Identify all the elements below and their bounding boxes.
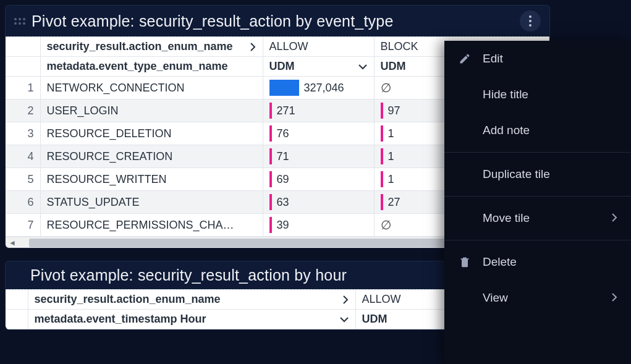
value-bar bbox=[381, 171, 383, 187]
null-value: ∅ bbox=[381, 218, 391, 232]
measure-label: UDM bbox=[269, 60, 295, 72]
row-number: 3 bbox=[6, 122, 40, 145]
measure-allow-header[interactable]: UDM bbox=[263, 57, 374, 77]
menu-item-label: Hide title bbox=[483, 88, 617, 101]
menu-item-label: Delete bbox=[483, 255, 617, 269]
blank-icon bbox=[458, 291, 472, 305]
event-type-cell[interactable]: RESOURCE_WRITTEN bbox=[40, 168, 263, 191]
menu-item-view[interactable]: View bbox=[444, 280, 631, 316]
block-value: 1 bbox=[388, 150, 394, 163]
null-value: ∅ bbox=[381, 81, 391, 95]
block-value: 27 bbox=[388, 196, 400, 209]
value-bar bbox=[269, 217, 272, 233]
menu-item-label: Add note bbox=[483, 124, 617, 137]
allow-cell[interactable]: 76 bbox=[263, 122, 374, 145]
menu-item-delete[interactable]: Delete bbox=[444, 244, 631, 280]
row-number: 1 bbox=[6, 77, 40, 99]
event-type-cell[interactable]: RESOURCE_PERMISSIONS_CHA… bbox=[40, 214, 263, 237]
value-bar bbox=[269, 103, 272, 119]
block-value: 1 bbox=[388, 173, 394, 186]
blank-icon bbox=[458, 211, 472, 225]
corner-cell bbox=[6, 37, 40, 57]
menu-item-edit[interactable]: Edit bbox=[444, 41, 631, 77]
allow-value: 69 bbox=[277, 173, 289, 186]
pencil-icon bbox=[458, 52, 472, 66]
blank-icon bbox=[458, 124, 472, 137]
value-bar bbox=[381, 125, 383, 142]
value-bar bbox=[381, 148, 383, 164]
value-bar bbox=[269, 171, 272, 187]
row-number: 4 bbox=[6, 145, 40, 168]
corner-cell bbox=[6, 290, 28, 310]
chevron-down-icon bbox=[339, 316, 349, 323]
column-dimension-label: security_result.action_enum_name bbox=[35, 293, 221, 305]
allow-cell[interactable]: 327,046 bbox=[263, 77, 374, 99]
row-number: 7 bbox=[6, 214, 40, 237]
block-value: 97 bbox=[388, 104, 400, 117]
event-type-cell[interactable]: RESOURCE_DELETION bbox=[40, 122, 263, 145]
value-bar bbox=[269, 148, 272, 164]
event-type-cell[interactable]: RESOURCE_CREATION bbox=[40, 145, 263, 168]
column-allow-header[interactable]: ALLOW bbox=[263, 37, 374, 57]
allow-value: 327,046 bbox=[304, 82, 344, 95]
menu-item-label: View bbox=[483, 291, 600, 305]
tile-menu-button[interactable] bbox=[520, 11, 541, 32]
row-dimension-label: metadata.event_timestamp Hour bbox=[35, 313, 206, 325]
trash-icon bbox=[458, 255, 472, 269]
chevron-right-icon bbox=[611, 291, 617, 305]
value-bar bbox=[269, 125, 272, 142]
menu-item-addnote[interactable]: Add note bbox=[444, 112, 631, 148]
corner-cell-2 bbox=[6, 310, 28, 329]
event-type-cell[interactable]: STATUS_UPDATE bbox=[40, 191, 263, 214]
menu-item-hidetitle[interactable]: Hide title bbox=[444, 77, 631, 112]
menu-divider bbox=[444, 196, 631, 197]
block-value: 1 bbox=[388, 127, 394, 140]
allow-cell[interactable]: 271 bbox=[263, 99, 374, 122]
row-number: 2 bbox=[6, 99, 40, 122]
value-bar bbox=[269, 194, 272, 210]
column-dimension-header[interactable]: security_result.action_enum_name bbox=[28, 290, 355, 310]
menu-divider bbox=[444, 152, 631, 153]
corner-cell-2 bbox=[6, 57, 40, 77]
column-dimension-header[interactable]: security_result.action_enum_name bbox=[40, 37, 263, 57]
menu-divider bbox=[444, 240, 631, 240]
tile-context-menu: EditHide titleAdd noteDuplicate tileMove… bbox=[444, 41, 631, 364]
chevron-right-icon bbox=[342, 295, 349, 305]
row-number: 6 bbox=[6, 191, 40, 214]
chevron-down-icon bbox=[358, 63, 368, 70]
allow-value: 71 bbox=[277, 150, 289, 163]
menu-item-label: Move tile bbox=[483, 211, 600, 225]
allow-value: 39 bbox=[277, 219, 289, 232]
chevron-right-icon bbox=[611, 211, 617, 225]
tile-title: Pivot example: security_result_action by… bbox=[32, 12, 514, 30]
blank-icon bbox=[458, 88, 472, 101]
allow-cell[interactable]: 71 bbox=[263, 145, 374, 168]
row-dimension-header[interactable]: metadata.event_timestamp Hour bbox=[28, 310, 355, 329]
allow-cell[interactable]: 63 bbox=[263, 191, 374, 214]
allow-cell[interactable]: 39 bbox=[263, 214, 374, 237]
allow-value: 63 bbox=[277, 196, 289, 209]
scroll-left-icon[interactable]: ◄ bbox=[8, 239, 17, 247]
chevron-right-icon bbox=[249, 42, 256, 52]
value-bar bbox=[269, 80, 299, 96]
column-dimension-label: security_result.action_enum_name bbox=[47, 40, 233, 53]
menu-item-duplicate[interactable]: Duplicate tile bbox=[444, 156, 631, 192]
allow-value: 271 bbox=[277, 104, 295, 117]
menu-item-label: Duplicate tile bbox=[483, 167, 617, 181]
row-dimension-header[interactable]: metadata.event_type_enum_name bbox=[40, 57, 263, 77]
blank-icon bbox=[458, 167, 472, 181]
tile-header: Pivot example: security_result_action by… bbox=[6, 6, 549, 36]
event-type-cell[interactable]: NETWORK_CONNECTION bbox=[40, 77, 263, 99]
drag-handle-icon[interactable] bbox=[14, 18, 25, 25]
menu-item-movetile[interactable]: Move tile bbox=[444, 200, 631, 236]
event-type-cell[interactable]: USER_LOGIN bbox=[40, 99, 263, 122]
value-bar bbox=[381, 194, 383, 210]
menu-item-label: Edit bbox=[483, 52, 617, 66]
allow-cell[interactable]: 69 bbox=[263, 168, 374, 191]
value-bar bbox=[381, 103, 383, 119]
row-number: 5 bbox=[6, 168, 40, 191]
allow-value: 76 bbox=[277, 127, 289, 140]
